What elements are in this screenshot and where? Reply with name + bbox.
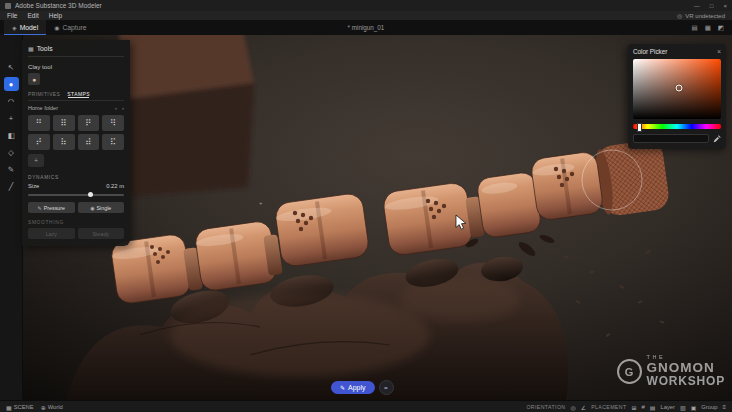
folder-label[interactable]: Home folder <box>28 105 58 111</box>
clay-glyph-icon: ● <box>32 76 36 83</box>
stamp-thumbnail[interactable]: ⠯ <box>102 134 124 150</box>
primitive-tool-icon[interactable]: ◇ <box>4 145 19 159</box>
active-tool-name: Clay tool <box>28 63 124 70</box>
measure-tool-icon[interactable]: ╱ <box>4 179 19 193</box>
dynamics-section-label: DYNAMICS <box>28 175 124 180</box>
stamp-thumbnail[interactable]: ⠞ <box>28 134 50 150</box>
capture-icon: ◉ <box>54 24 59 31</box>
placement-label: PLACEMENT <box>591 404 626 410</box>
menu-bar: File Edit Help ◎ VR undetected <box>0 11 732 20</box>
folder-prev-icon[interactable]: ‹ <box>115 105 117 111</box>
status-bar: ▦ SCENE ⊕ World ORIENTATION ◎ ∠ PLACEMEN… <box>0 400 732 412</box>
stamp-thumbnail[interactable]: ⠾ <box>78 134 100 150</box>
eyedropper-icon[interactable] <box>712 134 721 143</box>
smooth-tool-icon[interactable]: ◠ <box>4 94 19 108</box>
paint-tool-icon[interactable]: ✎ <box>4 162 19 176</box>
tools-icon: ▦ <box>28 45 34 52</box>
maximize-button[interactable]: □ <box>710 3 714 9</box>
app-title: Adobe Substance 3D Modeler <box>15 2 102 9</box>
saturation-value-field[interactable] <box>633 59 721 119</box>
color-cursor[interactable] <box>675 84 682 91</box>
foreground-box <box>118 35 254 197</box>
select-tool-icon[interactable]: ↖ <box>4 60 19 74</box>
clay-tool-thumbnail[interactable]: ● <box>28 73 40 85</box>
buildup-tool-icon[interactable]: + <box>4 111 19 125</box>
scene-icon: ▦ <box>6 404 12 411</box>
folder-row: Home folder ‹ › <box>28 105 124 111</box>
menu-icon[interactable]: ≡ <box>722 404 726 410</box>
title-bar: Adobe Substance 3D Modeler — □ × <box>0 0 732 11</box>
menu-file[interactable]: File <box>7 12 17 19</box>
tab-primitives[interactable]: PRIMITIVES <box>28 91 60 97</box>
stamp-thumbnail[interactable]: ⠟ <box>78 115 100 131</box>
app-icon <box>5 3 11 9</box>
angle-icon[interactable]: ∠ <box>581 404 586 411</box>
layer-label[interactable]: Layer <box>661 404 676 410</box>
slider-track <box>28 194 124 196</box>
scene-button[interactable]: ▦ SCENE <box>6 404 34 411</box>
list-icon[interactable]: ▥ <box>680 404 686 411</box>
tool-strip: ↖ ● ◠ + ◧ ◇ ✎ ╱ <box>0 35 23 400</box>
stroke-icon: ≈ <box>384 385 387 391</box>
single-icon: ◉ <box>90 205 94 211</box>
ammo-belt-end <box>592 139 670 218</box>
color-picker-panel: Color Picker × <box>628 44 726 149</box>
viewport-settings-icon[interactable]: ◩ <box>718 24 724 32</box>
apply-button[interactable]: ✎ Apply <box>331 381 375 394</box>
app-window: Adobe Substance 3D Modeler — □ × File Ed… <box>0 0 732 412</box>
apply-bar: ✎ Apply ≈ <box>331 380 394 395</box>
tab-model[interactable]: ◈ Model <box>4 20 46 35</box>
size-value: 0.22 m <box>106 183 124 189</box>
color-picker-title: Color Picker <box>633 48 667 55</box>
snap-icon[interactable]: ◎ <box>571 404 576 411</box>
pressure-button[interactable]: ✎ Pressure <box>28 202 75 213</box>
steady-button[interactable]: Steady <box>78 228 125 239</box>
group-icon[interactable]: ▣ <box>691 404 697 411</box>
size-row: Size 0.22 m <box>28 183 124 189</box>
world-button[interactable]: ⊕ World <box>41 404 63 411</box>
panels-icon[interactable]: ▤ <box>692 24 698 32</box>
flatten-tool-icon[interactable]: ◧ <box>4 128 19 142</box>
document-title: * minigun_01 <box>348 24 385 31</box>
menu-edit[interactable]: Edit <box>27 12 38 19</box>
close-icon[interactable]: × <box>717 48 721 55</box>
group-label[interactable]: Group <box>701 404 717 410</box>
vr-status: VR undetected <box>685 13 725 19</box>
color-value-field[interactable] <box>633 134 709 143</box>
hue-handle[interactable] <box>637 123 642 132</box>
mode-tab-bar: ◈ Model ◉ Capture * minigun_01 ▤ ▦ ◩ <box>0 20 732 35</box>
main-area: + ↖ ● ◠ + ◧ ◇ ✎ ╱ ▦ Tools Clay tool ● <box>0 35 732 400</box>
slider-handle[interactable] <box>88 192 93 197</box>
gnomon-watermark: G THE GNOMON WORKSHOP <box>617 355 725 388</box>
tools-panel: ▦ Tools Clay tool ● PRIMITIVES STAMPS Ho… <box>22 40 130 246</box>
stamp-thumbnail[interactable]: ⠷ <box>53 134 75 150</box>
tab-stamps[interactable]: STAMPS <box>67 91 90 97</box>
stroke-options-button[interactable]: ≈ <box>379 380 394 395</box>
workspace-icon[interactable]: ▦ <box>705 24 711 32</box>
stamp-grid: ⠛ ⠿ ⠟ ⠻ ⠞ ⠷ ⠾ ⠯ <box>28 115 124 150</box>
pressure-icon: ✎ <box>38 205 42 211</box>
folder-next-icon[interactable]: › <box>122 105 124 111</box>
stamp-thumbnail[interactable]: ⠻ <box>102 115 124 131</box>
tools-panel-header: ▦ Tools <box>28 45 124 57</box>
layer-icon[interactable]: ▤ <box>650 404 656 411</box>
orientation-label: ORIENTATION <box>526 404 565 410</box>
minimize-button[interactable]: — <box>694 3 700 9</box>
model-icon: ◈ <box>12 24 17 31</box>
close-button[interactable]: × <box>723 3 727 9</box>
lattice-icon[interactable]: # <box>641 404 644 410</box>
grid-snap-icon[interactable]: ⊞ <box>631 404 636 411</box>
stamp-thumbnail[interactable]: ⠛ <box>28 115 50 131</box>
tab-capture[interactable]: ◉ Capture <box>46 20 94 35</box>
menu-help[interactable]: Help <box>49 12 62 19</box>
size-slider[interactable] <box>28 190 124 199</box>
brush-icon: ✎ <box>340 384 345 391</box>
lazy-button[interactable]: Lazy <box>28 228 75 239</box>
add-stamp-button[interactable]: + <box>28 154 44 167</box>
stamp-thumbnail[interactable]: ⠿ <box>53 115 75 131</box>
vertex-marker: + <box>259 200 263 206</box>
hue-slider[interactable] <box>633 124 721 129</box>
single-button[interactable]: ◉ Single <box>78 202 125 213</box>
clay-tool-icon[interactable]: ● <box>4 77 19 91</box>
vr-headset-icon: ◎ <box>677 12 682 19</box>
